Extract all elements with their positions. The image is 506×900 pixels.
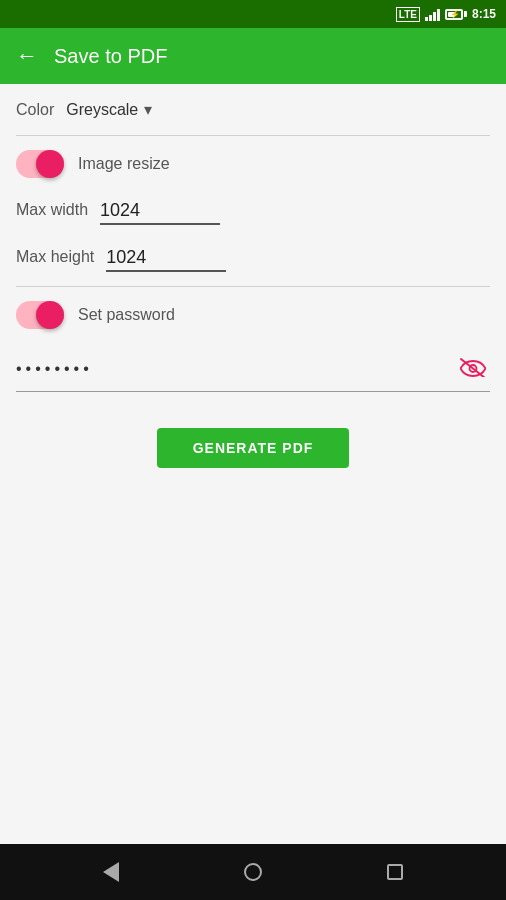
max-width-label: Max width <box>16 201 88 225</box>
status-time: 8:15 <box>472 7 496 21</box>
generate-pdf-button[interactable]: GENERATE PDF <box>157 428 350 468</box>
max-height-input[interactable] <box>106 245 226 272</box>
spacer <box>0 492 506 692</box>
nav-home-button[interactable] <box>244 863 262 881</box>
password-input-wrapper <box>16 353 490 392</box>
max-width-input[interactable] <box>100 198 220 225</box>
max-width-row: Max width <box>0 192 506 239</box>
nav-recents-button[interactable] <box>387 864 403 880</box>
eye-slash-icon[interactable] <box>456 353 490 385</box>
color-label: Color <box>16 101 54 119</box>
set-password-row: Set password <box>0 287 506 343</box>
max-height-row: Max height <box>0 239 506 286</box>
password-input[interactable] <box>16 360 456 378</box>
image-resize-toggle[interactable] <box>16 150 64 178</box>
image-resize-row: Image resize <box>0 136 506 192</box>
generate-btn-wrapper: GENERATE PDF <box>0 404 506 492</box>
lte-icon: LTE <box>396 7 420 22</box>
set-password-toggle[interactable] <box>16 301 64 329</box>
content: Color Greyscale ▾ Image resize Max width… <box>0 84 506 844</box>
status-icons: LTE ⚡ 8:15 <box>396 7 496 22</box>
password-toggle-knob <box>36 301 64 329</box>
back-triangle-icon <box>103 862 119 882</box>
app-bar-title: Save to PDF <box>54 45 167 68</box>
color-dropdown[interactable]: Greyscale ▾ <box>66 100 152 119</box>
status-bar: LTE ⚡ 8:15 <box>0 0 506 28</box>
recents-square-icon <box>387 864 403 880</box>
signal-icon <box>425 7 440 21</box>
toggle-knob <box>36 150 64 178</box>
password-row <box>0 343 506 404</box>
app-bar: ← Save to PDF <box>0 28 506 84</box>
chevron-down-icon: ▾ <box>144 100 152 119</box>
color-row: Color Greyscale ▾ <box>0 84 506 135</box>
back-button[interactable]: ← <box>16 45 38 67</box>
battery-icon: ⚡ <box>445 9 467 20</box>
nav-back-button[interactable] <box>103 862 119 882</box>
color-dropdown-value: Greyscale <box>66 101 138 119</box>
image-resize-label: Image resize <box>78 155 170 173</box>
bottom-nav <box>0 844 506 900</box>
max-height-label: Max height <box>16 248 94 272</box>
set-password-label: Set password <box>78 306 175 324</box>
home-circle-icon <box>244 863 262 881</box>
